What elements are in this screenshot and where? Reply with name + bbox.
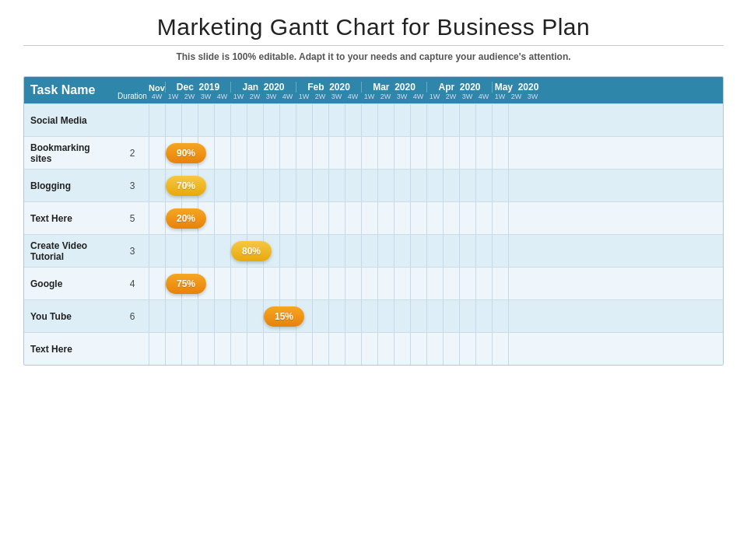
table-row: Blogging 3 70% <box>24 169 723 201</box>
bar-blogging: 70% <box>166 176 206 196</box>
week-nov-4w: 4W <box>149 93 165 100</box>
week-dec-3w: 3W <box>198 93 214 100</box>
bar-area-text-here-1: 20% <box>149 202 723 234</box>
week-may-3w: 3W <box>524 93 541 100</box>
week-jan-4w: 4W <box>279 93 296 100</box>
bar-label-text-here-1: 20% <box>166 208 206 229</box>
subtitle-bold: audience's attention. <box>479 51 571 62</box>
week-feb-2w: 2W <box>312 93 328 100</box>
week-mar-2w: 2W <box>377 93 394 100</box>
task-blogging: Blogging <box>24 170 116 201</box>
table-row: You Tube 6 15% <box>24 299 723 332</box>
dur-video-tutorial: 3 <box>116 235 149 267</box>
task-youtube: You Tube <box>24 300 116 332</box>
week-mar-1w: 1W <box>361 93 377 100</box>
bar-label-blogging: 70% <box>166 176 206 196</box>
bar-area-bookmarking: 90% <box>149 137 723 169</box>
bar-label-google: 75% <box>166 274 206 294</box>
week-mar-3w: 3W <box>394 93 410 100</box>
table-row: Text Here 5 20% <box>24 201 723 234</box>
bar-area-google: 75% <box>149 268 723 299</box>
bar-area-youtube: 15% <box>149 300 723 332</box>
bar-video-tutorial: 80% <box>231 241 272 261</box>
subtitle: This slide is 100% editable. Adapt it to… <box>176 51 570 62</box>
gantt-chart: Task Name Duration Nov Dec 2019 <box>23 76 724 366</box>
task-name-header: Task Name <box>24 77 116 103</box>
table-row: Text Here <box>24 332 723 365</box>
bar-label-video-tutorial: 80% <box>231 241 272 261</box>
bar-area-blogging: 70% <box>149 170 723 201</box>
week-apr-2w: 2W <box>443 93 459 100</box>
dur-text-here-2 <box>116 333 149 365</box>
task-text-here-1: Text Here <box>24 202 116 234</box>
table-row: Create Video Tutorial 3 80% <box>24 234 723 267</box>
task-google: Google <box>24 268 116 299</box>
week-may-1w: 1W <box>492 93 508 100</box>
week-dec-1w: 1W <box>165 93 181 100</box>
table-row: Google 4 75% <box>24 267 723 299</box>
page-title: Marketing Gantt Chart for Business Plan <box>157 14 590 40</box>
week-dec-4w: 4W <box>214 93 230 100</box>
week-dec-2w: 2W <box>181 93 198 100</box>
month-may: May 2020 <box>492 82 541 93</box>
task-social-media: Social Media <box>24 104 116 136</box>
bar-google: 75% <box>166 274 206 294</box>
duration-header: Duration <box>116 77 149 103</box>
week-jan-2w: 2W <box>247 93 263 100</box>
months-header: Nov Dec 2019 Jan 2020 Feb 2020 <box>149 77 723 103</box>
dur-blogging: 3 <box>116 170 149 201</box>
chart-header: Task Name Duration Nov Dec 2019 <box>24 77 723 103</box>
title-divider <box>23 45 724 46</box>
week-mar-4w: 4W <box>410 93 426 100</box>
dur-google: 4 <box>116 268 149 299</box>
month-mar: Mar 2020 <box>361 82 426 93</box>
month-jan: Jan 2020 <box>230 82 296 93</box>
month-apr: Apr 2020 <box>426 82 492 93</box>
dur-youtube: 6 <box>116 300 149 332</box>
month-dec: Dec 2019 <box>165 82 230 93</box>
bar-text-here-1: 20% <box>166 208 206 229</box>
task-bookmarking: Bookmarking sites <box>24 137 116 169</box>
week-apr-4w: 4W <box>475 93 492 100</box>
week-may-2w: 2W <box>508 93 524 100</box>
bar-youtube: 15% <box>264 306 304 327</box>
week-apr-1w: 1W <box>426 93 443 100</box>
task-text-here-2: Text Here <box>24 333 116 365</box>
bar-area-video-tutorial: 80% <box>149 235 723 267</box>
dur-text-here-1: 5 <box>116 202 149 234</box>
table-row: Social Media <box>24 103 723 136</box>
bar-label-bookmarking: 90% <box>166 143 206 163</box>
bar-label-youtube: 15% <box>264 306 304 327</box>
month-nov: Nov <box>149 83 165 93</box>
month-feb: Feb 2020 <box>296 82 361 93</box>
week-apr-3w: 3W <box>459 93 475 100</box>
dur-social-media <box>116 104 149 136</box>
bar-area-text-here-2 <box>149 333 723 365</box>
bar-bookmarking: 90% <box>166 143 206 163</box>
dur-bookmarking: 2 <box>116 137 149 169</box>
week-jan-1w: 1W <box>230 93 247 100</box>
week-feb-4w: 4W <box>345 93 361 100</box>
week-jan-3w: 3W <box>263 93 279 100</box>
task-video-tutorial: Create Video Tutorial <box>24 235 116 267</box>
table-row: Bookmarking sites 2 90% <box>24 136 723 169</box>
week-feb-3w: 3W <box>328 93 345 100</box>
week-feb-1w: 1W <box>296 93 312 100</box>
bar-area-social-media <box>149 104 723 136</box>
